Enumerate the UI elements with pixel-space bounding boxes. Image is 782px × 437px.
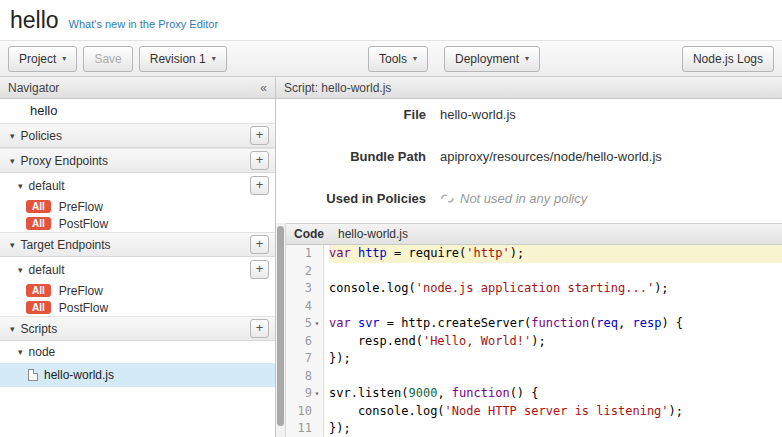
line-number: 3 <box>286 280 323 298</box>
all-badge: All <box>26 217 51 230</box>
line-number: 6 <box>286 333 323 351</box>
used-in-policies-text: Not used in any policy <box>460 191 587 206</box>
target-postflow-label: PostFlow <box>59 301 108 315</box>
all-badge: All <box>26 301 51 314</box>
bundle-path-field-value: apiproxy/resources/node/hello-world.js <box>440 149 662 164</box>
proxy-postflow-item[interactable]: All PostFlow <box>0 215 275 232</box>
code-line[interactable] <box>329 368 782 386</box>
code-line[interactable]: console.log('Node HTTP server is listeni… <box>329 403 782 421</box>
script-detail-header: Script: hello-world.js <box>276 77 782 99</box>
chevron-down-icon: ▾ <box>525 55 529 63</box>
file-icon <box>28 369 38 381</box>
code-header-label: Code <box>294 227 324 241</box>
code-line[interactable]: }); <box>329 420 782 437</box>
code-line[interactable]: var http = require('http'); <box>329 245 782 263</box>
proxy-postflow-label: PostFlow <box>59 217 108 231</box>
line-number: 2 <box>286 263 323 281</box>
code-panel-scrollbar[interactable] <box>276 223 286 437</box>
line-number: 8 <box>286 368 323 386</box>
nodejs-logs-button[interactable]: Node.js Logs <box>682 46 774 72</box>
add-proxy-flow-button[interactable]: + <box>250 176 269 195</box>
code-line[interactable]: svr.listen(9000, function() { <box>329 385 782 403</box>
code-filename: hello-world.js <box>338 227 408 241</box>
project-menu-button[interactable]: Project ▾ <box>8 46 77 72</box>
proxy-endpoint-default[interactable]: ▾ default + <box>0 173 275 198</box>
add-policy-button[interactable]: + <box>250 126 269 145</box>
code-editor[interactable]: 12345▾6789▾1011 var http = require('http… <box>286 245 782 437</box>
all-badge: All <box>26 284 51 297</box>
line-number: 9▾ <box>286 385 323 403</box>
used-in-policies-field-label: Used in Policies <box>276 191 426 206</box>
disclosure-triangle-icon[interactable]: ▾ <box>10 156 15 166</box>
add-script-button[interactable]: + <box>250 319 269 338</box>
section-scripts[interactable]: ▾ Scripts + <box>0 316 275 341</box>
disclosure-triangle-icon[interactable]: ▾ <box>18 265 23 275</box>
disclosure-triangle-icon[interactable]: ▾ <box>18 181 23 191</box>
save-button[interactable]: Save <box>83 46 132 72</box>
collapse-panel-icon[interactable]: « <box>260 81 267 95</box>
disclosure-triangle-icon[interactable]: ▾ <box>10 131 15 141</box>
disclosure-triangle-icon[interactable]: ▾ <box>18 347 23 357</box>
code-line[interactable]: }); <box>329 350 782 368</box>
section-policies[interactable]: ▾ Policies + <box>0 123 275 148</box>
scrollbar-thumb[interactable] <box>277 226 284 426</box>
code-line[interactable]: var svr = http.createServer(function(req… <box>329 315 782 333</box>
script-detail-title: Script: hello-world.js <box>284 81 391 95</box>
revision-menu-label: Revision 1 <box>150 52 206 66</box>
line-number: 4 <box>286 298 323 316</box>
section-proxy-endpoints-label: Proxy Endpoints <box>21 154 108 168</box>
proxy-preflow-label: PreFlow <box>59 200 103 214</box>
tools-menu-button[interactable]: Tools ▾ <box>368 46 428 72</box>
fold-toggle-icon[interactable]: ▾ <box>312 315 322 333</box>
scripts-folder-node[interactable]: ▾ node <box>0 341 275 363</box>
project-menu-label: Project <box>19 52 56 66</box>
proxy-endpoint-default-label: default <box>29 179 65 193</box>
add-target-endpoint-button[interactable]: + <box>250 235 269 254</box>
bundle-path-field-row: Bundle Path apiproxy/resources/node/hell… <box>276 149 782 191</box>
script-detail-form: File hello-world.js Bundle Path apiproxy… <box>276 99 782 223</box>
navigator-item-proxy-root[interactable]: hello <box>0 99 275 123</box>
used-in-policies-field-value: Not used in any policy <box>440 191 587 206</box>
code-line[interactable] <box>329 298 782 316</box>
script-detail-panel: Script: hello-world.js File hello-world.… <box>276 77 782 437</box>
deployment-menu-button[interactable]: Deployment ▾ <box>444 46 540 72</box>
proxy-preflow-item[interactable]: All PreFlow <box>0 198 275 215</box>
add-proxy-endpoint-button[interactable]: + <box>250 151 269 170</box>
toolbar: Project ▾ Save Revision 1 ▾ Tools ▾ Depl… <box>0 40 782 77</box>
section-scripts-label: Scripts <box>21 322 58 336</box>
target-preflow-label: PreFlow <box>59 284 103 298</box>
toolbar-right-group: Node.js Logs <box>682 46 774 72</box>
script-file-hello-world[interactable]: hello-world.js <box>0 363 275 387</box>
section-target-endpoints-label: Target Endpoints <box>21 238 111 252</box>
section-policies-label: Policies <box>21 129 62 143</box>
disclosure-triangle-icon[interactable]: ▾ <box>10 324 15 334</box>
content-split: Navigator « hello ▾ Policies + ▾ Proxy E… <box>0 77 782 437</box>
target-endpoint-default[interactable]: ▾ default + <box>0 257 275 282</box>
chevron-down-icon: ▾ <box>413 55 417 63</box>
target-preflow-item[interactable]: All PreFlow <box>0 282 275 299</box>
add-target-flow-button[interactable]: + <box>250 260 269 279</box>
section-target-endpoints[interactable]: ▾ Target Endpoints + <box>0 232 275 257</box>
code-lines[interactable]: var http = require('http');console.log('… <box>324 245 782 437</box>
disclosure-triangle-icon[interactable]: ▾ <box>10 240 15 250</box>
save-button-label: Save <box>94 52 121 66</box>
toolbar-left-group: Project ▾ Save Revision 1 ▾ <box>8 46 227 72</box>
code-line[interactable]: console.log('node.js application startin… <box>329 280 782 298</box>
app-header: hello What's new in the Proxy Editor <box>0 0 782 40</box>
bundle-path-field-label: Bundle Path <box>276 149 426 164</box>
code-gutter: 12345▾6789▾1011 <box>286 245 324 437</box>
fold-toggle-icon[interactable]: ▾ <box>312 385 322 403</box>
chevron-down-icon: ▾ <box>62 55 66 63</box>
line-number: 10 <box>286 403 323 421</box>
target-endpoint-default-label: default <box>29 263 65 277</box>
whats-new-link[interactable]: What's new in the Proxy Editor <box>69 18 218 30</box>
code-line[interactable]: resp.end('Hello, World!'); <box>329 333 782 351</box>
revision-menu-button[interactable]: Revision 1 ▾ <box>139 46 227 72</box>
proxy-editor-page: hello What's new in the Proxy Editor Pro… <box>0 0 782 437</box>
code-line[interactable] <box>329 263 782 281</box>
line-number: 1 <box>286 245 323 263</box>
section-proxy-endpoints[interactable]: ▾ Proxy Endpoints + <box>0 148 275 173</box>
broken-link-icon <box>440 193 455 204</box>
file-field-label: File <box>276 107 426 122</box>
target-postflow-item[interactable]: All PostFlow <box>0 299 275 316</box>
